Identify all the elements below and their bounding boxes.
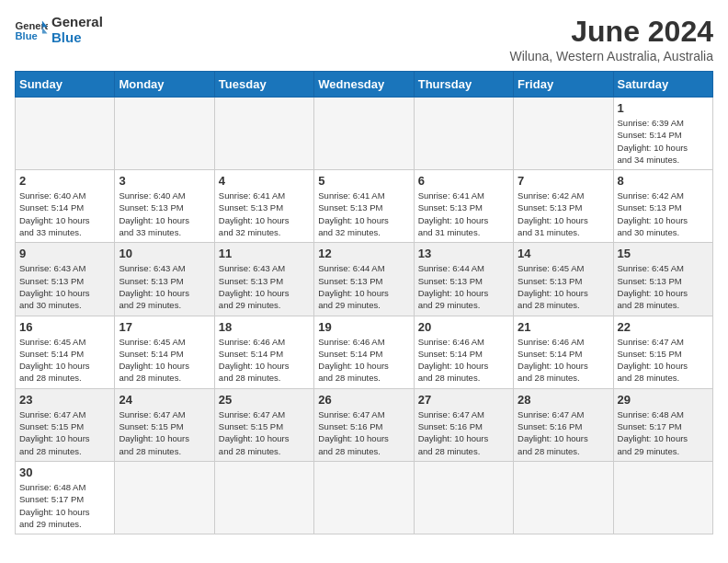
calendar-cell: 18Sunrise: 6:46 AM Sunset: 5:14 PM Dayli… [214, 316, 313, 388]
day-header-tuesday: Tuesday [214, 72, 313, 98]
day-number: 4 [219, 174, 310, 188]
day-header-monday: Monday [115, 72, 214, 98]
day-number: 2 [19, 174, 110, 188]
day-info: Sunrise: 6:46 AM Sunset: 5:14 PM Dayligh… [418, 336, 509, 385]
calendar-cell: 29Sunrise: 6:48 AM Sunset: 5:17 PM Dayli… [613, 388, 712, 461]
title-block: June 2024 Wiluna, Western Australia, Aus… [509, 15, 713, 63]
calendar-cell [314, 98, 414, 170]
day-number: 27 [418, 393, 509, 407]
day-number: 13 [418, 247, 509, 260]
day-info: Sunrise: 6:44 AM Sunset: 5:13 PM Dayligh… [418, 262, 509, 311]
calendar-cell: 23Sunrise: 6:47 AM Sunset: 5:15 PM Dayli… [16, 388, 115, 461]
day-number: 26 [318, 393, 409, 407]
day-info: Sunrise: 6:47 AM Sunset: 5:16 PM Dayligh… [318, 408, 409, 457]
day-info: Sunrise: 6:47 AM Sunset: 5:15 PM Dayligh… [618, 336, 709, 385]
day-number: 17 [119, 320, 210, 334]
generalblue-logo-icon: General Blue [15, 17, 48, 43]
calendar-cell [514, 461, 613, 534]
calendar-cell: 30Sunrise: 6:48 AM Sunset: 5:17 PM Dayli… [16, 461, 115, 534]
calendar-cell: 16Sunrise: 6:45 AM Sunset: 5:14 PM Dayli… [16, 316, 115, 388]
day-info: Sunrise: 6:42 AM Sunset: 5:13 PM Dayligh… [618, 190, 709, 238]
calendar-cell: 10Sunrise: 6:43 AM Sunset: 5:13 PM Dayli… [115, 243, 214, 316]
day-number: 3 [119, 174, 210, 188]
calendar-cell: 12Sunrise: 6:44 AM Sunset: 5:13 PM Dayli… [314, 243, 414, 316]
calendar-cell: 25Sunrise: 6:47 AM Sunset: 5:15 PM Dayli… [214, 388, 313, 461]
calendar-cell [214, 98, 313, 170]
day-info: Sunrise: 6:43 AM Sunset: 5:13 PM Dayligh… [19, 262, 110, 311]
day-number: 5 [318, 174, 409, 188]
calendar-cell: 27Sunrise: 6:47 AM Sunset: 5:16 PM Dayli… [414, 388, 513, 461]
calendar-cell: 1Sunrise: 6:39 AM Sunset: 5:14 PM Daylig… [613, 98, 712, 170]
day-number: 29 [618, 393, 709, 407]
day-info: Sunrise: 6:40 AM Sunset: 5:14 PM Dayligh… [19, 190, 110, 238]
calendar-table: SundayMondayTuesdayWednesdayThursdayFrid… [15, 71, 713, 534]
day-info: Sunrise: 6:46 AM Sunset: 5:14 PM Dayligh… [219, 336, 310, 385]
calendar-cell: 13Sunrise: 6:44 AM Sunset: 5:13 PM Dayli… [414, 243, 513, 316]
svg-text:Blue: Blue [16, 29, 38, 40]
day-info: Sunrise: 6:45 AM Sunset: 5:14 PM Dayligh… [119, 336, 210, 385]
calendar-cell: 28Sunrise: 6:47 AM Sunset: 5:16 PM Dayli… [514, 388, 613, 461]
calendar-cell: 17Sunrise: 6:45 AM Sunset: 5:14 PM Dayli… [115, 316, 214, 388]
day-header-wednesday: Wednesday [314, 72, 414, 98]
day-info: Sunrise: 6:41 AM Sunset: 5:13 PM Dayligh… [219, 190, 310, 238]
day-header-sunday: Sunday [16, 72, 115, 98]
calendar-cell: 7Sunrise: 6:42 AM Sunset: 5:13 PM Daylig… [514, 170, 613, 243]
day-number: 18 [219, 320, 310, 334]
day-header-saturday: Saturday [613, 72, 712, 98]
calendar-cell: 4Sunrise: 6:41 AM Sunset: 5:13 PM Daylig… [214, 170, 313, 243]
day-number: 15 [618, 247, 709, 260]
calendar-cell: 6Sunrise: 6:41 AM Sunset: 5:13 PM Daylig… [414, 170, 513, 243]
day-number: 23 [19, 393, 110, 407]
day-number: 24 [119, 393, 210, 407]
calendar-cell [214, 461, 313, 534]
day-number: 28 [518, 393, 609, 407]
day-number: 22 [618, 320, 709, 334]
calendar-cell: 21Sunrise: 6:46 AM Sunset: 5:14 PM Dayli… [514, 316, 613, 388]
calendar-cell [16, 98, 115, 170]
day-number: 30 [19, 465, 110, 479]
calendar-cell [514, 98, 613, 170]
day-number: 8 [618, 174, 709, 188]
day-info: Sunrise: 6:39 AM Sunset: 5:14 PM Dayligh… [618, 117, 709, 166]
calendar-cell: 26Sunrise: 6:47 AM Sunset: 5:16 PM Dayli… [314, 388, 414, 461]
calendar-cell: 22Sunrise: 6:47 AM Sunset: 5:15 PM Dayli… [613, 316, 712, 388]
day-info: Sunrise: 6:46 AM Sunset: 5:14 PM Dayligh… [318, 336, 409, 385]
day-info: Sunrise: 6:40 AM Sunset: 5:13 PM Dayligh… [119, 190, 210, 238]
day-header-friday: Friday [514, 72, 613, 98]
day-info: Sunrise: 6:47 AM Sunset: 5:16 PM Dayligh… [418, 408, 509, 457]
calendar-cell [115, 461, 214, 534]
day-info: Sunrise: 6:47 AM Sunset: 5:15 PM Dayligh… [19, 408, 110, 457]
location-subtitle: Wiluna, Western Australia, Australia [509, 49, 713, 63]
day-number: 20 [418, 320, 509, 334]
day-number: 16 [19, 320, 110, 334]
calendar-cell: 11Sunrise: 6:43 AM Sunset: 5:13 PM Dayli… [214, 243, 313, 316]
day-header-thursday: Thursday [414, 72, 513, 98]
day-number: 1 [618, 101, 709, 115]
day-info: Sunrise: 6:47 AM Sunset: 5:16 PM Dayligh… [518, 408, 609, 457]
calendar-cell: 14Sunrise: 6:45 AM Sunset: 5:13 PM Dayli… [514, 243, 613, 316]
day-info: Sunrise: 6:45 AM Sunset: 5:13 PM Dayligh… [518, 262, 609, 311]
calendar-cell: 19Sunrise: 6:46 AM Sunset: 5:14 PM Dayli… [314, 316, 414, 388]
day-info: Sunrise: 6:46 AM Sunset: 5:14 PM Dayligh… [518, 336, 609, 385]
calendar-cell: 24Sunrise: 6:47 AM Sunset: 5:15 PM Dayli… [115, 388, 214, 461]
day-info: Sunrise: 6:47 AM Sunset: 5:15 PM Dayligh… [219, 408, 310, 457]
day-number: 6 [418, 174, 509, 188]
page-header: General Blue General Blue June 2024 Wilu… [15, 15, 713, 63]
calendar-cell: 9Sunrise: 6:43 AM Sunset: 5:13 PM Daylig… [16, 243, 115, 316]
day-info: Sunrise: 6:41 AM Sunset: 5:13 PM Dayligh… [318, 190, 409, 238]
day-number: 19 [318, 320, 409, 334]
day-info: Sunrise: 6:43 AM Sunset: 5:13 PM Dayligh… [119, 262, 210, 311]
day-info: Sunrise: 6:45 AM Sunset: 5:13 PM Dayligh… [618, 262, 709, 311]
day-number: 7 [518, 174, 609, 188]
logo-general-text: General [51, 15, 103, 30]
calendar-cell: 15Sunrise: 6:45 AM Sunset: 5:13 PM Dayli… [613, 243, 712, 316]
day-number: 21 [518, 320, 609, 334]
day-info: Sunrise: 6:43 AM Sunset: 5:13 PM Dayligh… [219, 262, 310, 311]
day-number: 25 [219, 393, 310, 407]
day-number: 14 [518, 247, 609, 260]
day-info: Sunrise: 6:41 AM Sunset: 5:13 PM Dayligh… [418, 190, 509, 238]
calendar-cell: 2Sunrise: 6:40 AM Sunset: 5:14 PM Daylig… [16, 170, 115, 243]
calendar-cell [414, 98, 513, 170]
day-number: 12 [318, 247, 409, 260]
calendar-cell: 8Sunrise: 6:42 AM Sunset: 5:13 PM Daylig… [613, 170, 712, 243]
